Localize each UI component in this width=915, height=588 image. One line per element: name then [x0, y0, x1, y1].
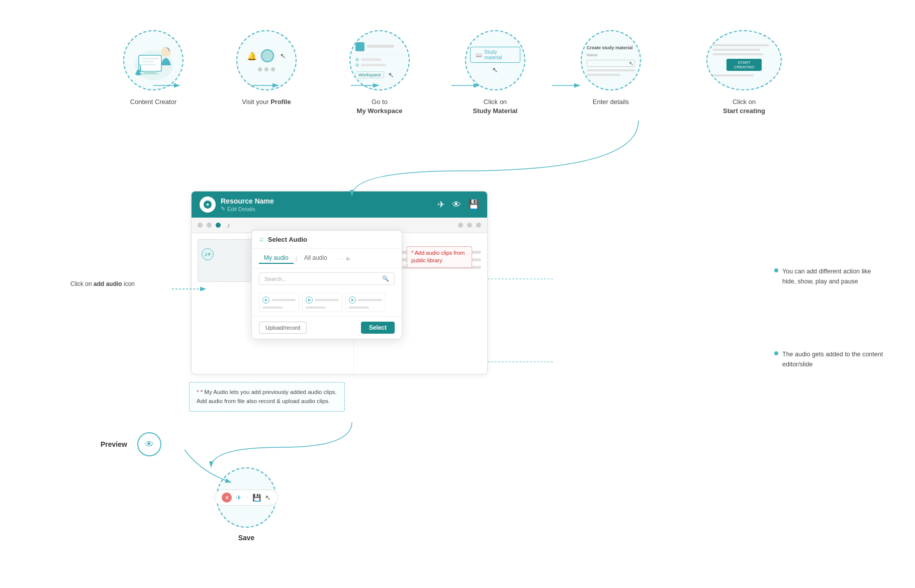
- highlight-text: * Add audio clips from public library: [411, 250, 465, 263]
- flow-circle-creator: [123, 30, 184, 90]
- flow-circle-profile: 🔔 ↖: [236, 30, 297, 90]
- modal-search-bar: Search... 🔍: [259, 272, 395, 285]
- select-button[interactable]: Select: [361, 322, 395, 334]
- start-creating-btn-preview: START CREATING: [726, 59, 762, 71]
- actions-annotation: You can add different action like hide, …: [774, 266, 885, 286]
- resource-name: Resource Name: [221, 197, 274, 205]
- edit-details[interactable]: ✎ Edit Details: [221, 206, 274, 212]
- flow-step-study: 📖 Study material ↖ Click onStudy Materia…: [442, 30, 548, 116]
- svg-rect-14: [141, 61, 154, 62]
- flow-label-profile: Visit your Profile: [242, 97, 291, 107]
- svg-rect-12: [141, 73, 159, 74]
- cursor-icon: ↖: [280, 52, 286, 60]
- modal-music-icon: ♫: [259, 236, 264, 243]
- audio-added-bullet-dot: [774, 351, 778, 355]
- flow-circle-workspace: Workspace ↖: [349, 30, 410, 90]
- asterisk-1: *: [197, 389, 201, 395]
- audio-title-3: [349, 307, 369, 309]
- audio-item-2[interactable]: ▶: [302, 293, 342, 312]
- add-audio-bold: add audio: [94, 280, 122, 287]
- search-placeholder[interactable]: Search...: [264, 276, 287, 282]
- preview-label: Preview: [101, 440, 127, 448]
- editor-header-right: ✈ 👁 💾: [437, 199, 479, 210]
- svg-rect-11: [144, 71, 156, 73]
- search-icon[interactable]: 🔍: [382, 275, 389, 282]
- toolbar-dot-r3: [476, 223, 481, 228]
- tab-my-audio[interactable]: My audio: [259, 253, 294, 264]
- highlight-box: * Add audio clips from public library: [407, 246, 472, 268]
- top-flow: Content Creator 🔔 ↖ Visit your Profile: [0, 0, 915, 116]
- editor-header: Resource Name ✎ Edit Details ✈ 👁 💾: [192, 191, 487, 218]
- workspace-bold: My Workspace: [357, 107, 403, 115]
- svg-point-17: [135, 72, 141, 75]
- audio-item-3[interactable]: ▶: [345, 293, 386, 312]
- toolbar-dot-r1: [458, 223, 463, 228]
- flow-circle-study: 📖 Study material ↖: [465, 30, 525, 90]
- flow-label-start: Click onStart creating: [723, 97, 765, 116]
- actions-bullet: You can add different action like hide, …: [774, 266, 885, 286]
- edit-icon: ✎: [221, 206, 225, 212]
- save-area: ✕ ✈ · 💾 ↖ Save: [216, 467, 277, 542]
- save-circle: ✕ ✈ · 💾 ↖: [216, 467, 277, 528]
- audio-title-2: [306, 307, 326, 309]
- audio-title-1: [262, 307, 283, 309]
- delete-icon[interactable]: ✕: [222, 493, 232, 503]
- play-btn-3[interactable]: ▶: [349, 297, 356, 304]
- audio-items-list: ▶ ▶ ▶: [252, 289, 402, 316]
- separator-dot: ·: [246, 493, 248, 502]
- audio-waveform-3: [358, 299, 382, 301]
- flow-label-details: Enter details: [593, 97, 629, 107]
- tab-separator-dashes: - - - ▶: [336, 255, 350, 262]
- eye-icon[interactable]: 👁: [452, 200, 461, 210]
- modal-tabs: My audio | All audio - - - ▶ * Add audio…: [252, 249, 402, 268]
- music-icon[interactable]: ♪: [227, 221, 230, 229]
- flow-step-start: START CREATING Click onStart creating: [674, 30, 814, 116]
- info-text-1: * My Audio lets you add previously added…: [201, 389, 337, 395]
- preview-circle[interactable]: 👁: [137, 432, 161, 456]
- save-icon[interactable]: 💾: [468, 199, 479, 210]
- preview-eye-icon: 👁: [145, 439, 154, 450]
- flow-step-details: Create study material Name ↖ Enter detai…: [558, 30, 664, 107]
- flow-label-workspace: Go toMy Workspace: [357, 97, 403, 116]
- svg-rect-13: [141, 58, 159, 59]
- info-line-2: Add audio from file also record & upload…: [197, 397, 337, 406]
- save-disk-icon[interactable]: 💾: [252, 494, 261, 502]
- audio-item-1[interactable]: ▶: [259, 293, 299, 312]
- flow-label-creator: Content Creator: [130, 97, 177, 107]
- upload-record-button[interactable]: Upload/record: [259, 322, 307, 334]
- flow-label-study: Click onStudy Material: [473, 97, 518, 116]
- save-icons-bar: ✕ ✈ · 💾 ↖: [214, 489, 278, 506]
- flow-circle-start: START CREATING: [706, 30, 782, 90]
- editor-title-block: Resource Name ✎ Edit Details: [221, 197, 274, 212]
- bell-icon: 🔔: [247, 51, 257, 61]
- modal-title: Select Audio: [268, 236, 307, 243]
- flow-step-content-creator: Content Creator: [101, 30, 206, 107]
- avatar-icon: [261, 49, 274, 62]
- audio-added-text: The audio gets added to the content edit…: [782, 349, 885, 369]
- add-audio-annotation: Click on add audio icon: [70, 279, 135, 288]
- study-bold: Study Material: [473, 107, 518, 115]
- profile-bold: Profile: [270, 98, 291, 106]
- save-label: Save: [238, 534, 255, 542]
- actions-bullet-dot: [774, 268, 778, 272]
- audio-waveform-1: [271, 299, 296, 301]
- send-icon[interactable]: ✈: [437, 199, 445, 210]
- flow-step-workspace: Workspace ↖ Go toMy Workspace: [327, 30, 432, 116]
- audio-added-bullet: The audio gets added to the content edit…: [774, 349, 885, 369]
- tab-all-audio[interactable]: All audio: [299, 253, 332, 264]
- toolbar-dot-2: [207, 223, 212, 228]
- study-material-box: 📖 Study material: [470, 47, 520, 63]
- add-audio-button[interactable]: ♪+: [202, 248, 214, 260]
- select-audio-modal: ♫ Select Audio My audio | All audio - - …: [251, 230, 402, 339]
- cursor-save-icon: ↖: [265, 494, 271, 502]
- tab-divider: |: [296, 255, 297, 262]
- audio-waveform-2: [315, 299, 339, 301]
- toolbar-dot-1: [198, 223, 203, 228]
- send-icon-save[interactable]: ✈: [236, 494, 242, 502]
- app-logo: [200, 197, 216, 213]
- play-btn-2[interactable]: ▶: [306, 297, 313, 304]
- svg-rect-10: [139, 55, 161, 71]
- preview-area: Preview 👁: [101, 432, 161, 456]
- info-line-1: * * My Audio lets you add previously add…: [197, 387, 337, 397]
- play-btn-1[interactable]: ▶: [262, 297, 269, 304]
